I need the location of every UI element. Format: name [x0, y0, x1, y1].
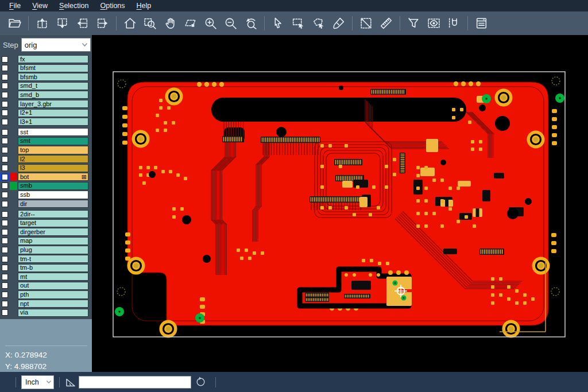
select-rect-button[interactable]	[288, 14, 308, 33]
layer-name: target	[18, 219, 88, 227]
layer-row-smd_t[interactable]: smd_t	[0, 82, 92, 90]
layer-row-tm-b[interactable]: tm-b	[0, 264, 92, 272]
layer-visibility-checkbox[interactable]	[0, 128, 10, 136]
layer-name: top	[18, 146, 88, 154]
layer-row-bot[interactable]: bot⊞	[0, 173, 92, 181]
layer-row-fx[interactable]: fx	[0, 55, 92, 63]
brush-button[interactable]	[328, 14, 349, 33]
layer-row-smd_b[interactable]: smd_b	[0, 91, 92, 99]
zoom-in-button[interactable]	[200, 14, 220, 33]
layer-visibility-checkbox[interactable]	[0, 73, 10, 81]
layer-visibility-checkbox[interactable]	[0, 246, 10, 254]
layer-visibility-checkbox[interactable]	[0, 55, 10, 63]
layer-row-l2[interactable]: l2	[0, 155, 92, 163]
layer-visibility-checkbox[interactable]	[0, 82, 10, 90]
layer-visibility-checkbox[interactable]	[0, 210, 10, 218]
layer-row-smb[interactable]: smb	[0, 182, 92, 190]
layer-row-via[interactable]: via	[0, 309, 92, 317]
units-select[interactable]: Inch	[21, 375, 54, 389]
layer-color-swatch	[10, 290, 17, 298]
layer-row-pth[interactable]: pth	[0, 290, 92, 298]
shift-right-button[interactable]	[92, 14, 113, 33]
select-cursor-button[interactable]	[268, 14, 288, 33]
layer-color-swatch	[10, 264, 17, 272]
open-icon	[7, 16, 22, 30]
layer-row-top[interactable]: top	[0, 146, 92, 154]
layer-visibility-checkbox[interactable]	[0, 309, 10, 317]
layer-row-sst[interactable]: sst	[0, 128, 92, 136]
menu-item-options[interactable]: Options	[94, 1, 130, 11]
layer-visibility-checkbox[interactable]	[0, 155, 10, 163]
measure-line-button[interactable]	[356, 14, 376, 33]
layer-row-tm-t[interactable]: tm-t	[0, 255, 92, 263]
layer-visibility-checkbox[interactable]	[0, 219, 10, 227]
layer-visibility-checkbox[interactable]	[0, 255, 10, 263]
layer-visibility-checkbox[interactable]	[0, 100, 10, 108]
layer-row-plug[interactable]: plug	[0, 246, 92, 254]
pan-button[interactable]	[160, 14, 180, 33]
layer-visibility-checkbox[interactable]	[0, 137, 10, 145]
layer-row-out[interactable]: out	[0, 282, 92, 290]
layer-row-l3+1[interactable]: l3+1	[0, 118, 92, 126]
layer-row-l3[interactable]: l3	[0, 164, 92, 172]
layer-visibility-checkbox[interactable]	[0, 118, 10, 126]
menu-item-file[interactable]: File	[3, 1, 26, 11]
menu-item-help[interactable]: Help	[131, 1, 157, 11]
layer-row-bfsmt[interactable]: bfsmt	[0, 64, 92, 72]
layer-row-dirgerber[interactable]: dirgerber	[0, 228, 92, 236]
layer-row-npt[interactable]: npt	[0, 300, 92, 308]
layer-row-ssb[interactable]: ssb	[0, 191, 92, 199]
report-icon	[474, 16, 489, 30]
snap-button[interactable]	[444, 14, 464, 33]
shift-down-button[interactable]	[52, 14, 72, 33]
layer-visibility-checkbox[interactable]	[0, 173, 10, 181]
ruler-button[interactable]	[376, 14, 396, 33]
layer-row-2dir--[interactable]: 2dir--	[0, 210, 92, 218]
zoom-window-button[interactable]	[140, 14, 160, 33]
report-button[interactable]	[471, 14, 492, 33]
layer-row-dir[interactable]: dir	[0, 200, 92, 208]
refresh-icon[interactable]	[195, 377, 206, 387]
layer-visibility-checkbox[interactable]	[0, 200, 10, 208]
pcb-view[interactable]	[92, 35, 588, 372]
open-button[interactable]	[5, 14, 25, 33]
command-input[interactable]	[79, 376, 191, 389]
angle-tool-icon[interactable]	[65, 377, 76, 387]
zoom-previous-button[interactable]	[241, 14, 261, 33]
menu-item-selection[interactable]: Selection	[53, 1, 94, 11]
filter-button[interactable]	[404, 14, 424, 33]
layer-row-bfsmb[interactable]: bfsmb	[0, 73, 92, 81]
zoom-object-button[interactable]	[180, 14, 200, 33]
layer-row-l2+1[interactable]: l2+1	[0, 109, 92, 117]
layer-visibility-checkbox[interactable]	[0, 164, 10, 172]
checkbox-box	[2, 301, 8, 307]
layer-visibility-checkbox[interactable]	[0, 282, 10, 290]
layer-visibility-checkbox[interactable]	[0, 91, 10, 99]
layer-row-layer_3.gbr[interactable]: layer_3.gbr	[0, 100, 92, 108]
shift-up-button[interactable]	[32, 14, 52, 33]
layer-color-swatch	[10, 55, 17, 63]
menu-item-view[interactable]: View	[26, 1, 53, 11]
shift-left-button[interactable]	[72, 14, 92, 33]
zoom-out-button[interactable]	[220, 14, 241, 33]
layer-visibility-checkbox[interactable]	[0, 290, 10, 298]
layer-row-mt[interactable]: mt	[0, 273, 92, 281]
home-button[interactable]	[120, 14, 140, 33]
layer-visibility-checkbox[interactable]	[0, 300, 10, 308]
layer-visibility-checkbox[interactable]	[0, 109, 10, 117]
layer-row-target[interactable]: target	[0, 219, 92, 227]
layer-row-map[interactable]: map	[0, 237, 92, 245]
layer-visibility-checkbox[interactable]	[0, 182, 10, 190]
layer-visibility-checkbox[interactable]	[0, 191, 10, 199]
layer-visibility-checkbox[interactable]	[0, 64, 10, 72]
layer-visibility-checkbox[interactable]	[0, 264, 10, 272]
layer-visibility-checkbox[interactable]	[0, 228, 10, 236]
visibility-button[interactable]	[424, 14, 444, 33]
layer-visibility-checkbox[interactable]	[0, 273, 10, 281]
layer-visibility-checkbox[interactable]	[0, 146, 10, 154]
pcb-canvas[interactable]	[92, 35, 588, 372]
layer-row-smt[interactable]: smt	[0, 137, 92, 145]
select-polygon-button[interactable]	[308, 14, 328, 33]
layer-visibility-checkbox[interactable]	[0, 237, 10, 245]
step-select[interactable]: orig	[21, 38, 91, 52]
